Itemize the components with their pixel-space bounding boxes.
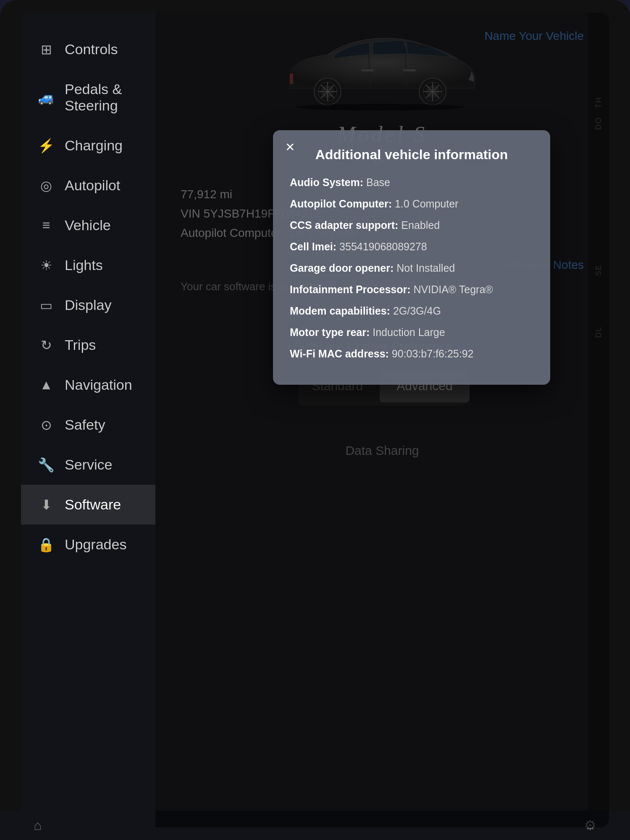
charging-icon: ⚡ — [38, 138, 55, 154]
modal-info-item: Garage door opener: Not Installed — [290, 261, 533, 276]
sidebar-item-safety[interactable]: ⊙Safety — [21, 405, 155, 445]
modal-info-item: Wi-Fi MAC address: 90:03:b7:f6:25:92 — [290, 346, 533, 361]
modal-info-item: Cell Imei: 355419068089278 — [290, 239, 533, 254]
display-label: Display — [65, 297, 111, 313]
trips-icon: ↻ — [38, 337, 55, 353]
modal-items-container: Audio System: BaseAutopilot Computer: 1.… — [290, 175, 533, 361]
modal-title: Additional vehicle information — [290, 147, 533, 163]
safety-label: Safety — [65, 417, 105, 433]
sidebar-item-controls[interactable]: ⊞Controls — [21, 29, 155, 69]
additional-info-modal: ✕ Additional vehicle information Audio S… — [273, 130, 550, 385]
sidebar-item-navigation[interactable]: ▲Navigation — [21, 365, 155, 405]
display-icon: ▭ — [38, 297, 55, 313]
navigation-icon: ▲ — [38, 377, 55, 393]
sidebar-item-upgrades[interactable]: 🔒Upgrades — [21, 525, 155, 564]
software-icon: ⬇ — [38, 497, 55, 513]
vehicle-icon: ≡ — [38, 218, 55, 233]
sidebar-item-display[interactable]: ▭Display — [21, 285, 155, 325]
trips-label: Trips — [65, 337, 96, 353]
autopilot-label: Autopilot — [65, 177, 120, 194]
modal-info-item: Audio System: Base — [290, 175, 533, 190]
modal-info-item: Autopilot Computer: 1.0 Computer — [290, 197, 533, 211]
sidebar: ⊞Controls🚙Pedals & Steering⚡Charging◎Aut… — [21, 13, 155, 827]
modal-overlay: ✕ Additional vehicle information Audio S… — [155, 13, 609, 827]
navigation-label: Navigation — [65, 377, 132, 393]
service-icon: 🔧 — [38, 457, 55, 473]
controls-icon: ⊞ — [38, 42, 55, 58]
service-label: Service — [65, 457, 112, 473]
sidebar-item-trips[interactable]: ↻Trips — [21, 325, 155, 365]
close-icon: ✕ — [285, 140, 295, 154]
lights-label: Lights — [65, 257, 103, 273]
software-label: Software — [65, 496, 121, 513]
modal-info-item: Motor type rear: Induction Large — [290, 325, 533, 340]
main-content: Name Your Vehicle — [155, 13, 609, 827]
autopilot-icon: ◎ — [38, 178, 55, 194]
upgrades-icon: 🔒 — [38, 537, 55, 553]
charging-label: Charging — [65, 137, 123, 154]
sidebar-item-service[interactable]: 🔧Service — [21, 445, 155, 485]
vehicle-label: Vehicle — [65, 217, 111, 234]
pedals-icon: 🚙 — [38, 89, 55, 105]
sidebar-item-autopilot[interactable]: ◎Autopilot — [21, 165, 155, 205]
bottom-left-icon[interactable]: ⌂ — [34, 818, 42, 833]
controls-label: Controls — [65, 41, 118, 58]
sidebar-item-lights[interactable]: ☀Lights — [21, 245, 155, 285]
screen: ⊞Controls🚙Pedals & Steering⚡Charging◎Aut… — [21, 13, 609, 827]
lights-icon: ☀ — [38, 257, 55, 273]
modal-info-item: Infotainment Processor: NVIDIA® Tegra® — [290, 282, 533, 297]
modal-close-button[interactable]: ✕ — [281, 139, 298, 155]
sidebar-item-software[interactable]: ⬇Software — [21, 485, 155, 525]
safety-icon: ⊙ — [38, 417, 55, 433]
sidebar-item-pedals[interactable]: 🚙Pedals & Steering — [21, 69, 155, 126]
sidebar-item-charging[interactable]: ⚡Charging — [21, 126, 155, 165]
modal-info-item: Modem capabilities: 2G/3G/4G — [290, 304, 533, 318]
sidebar-item-vehicle[interactable]: ≡Vehicle — [21, 205, 155, 245]
upgrades-label: Upgrades — [65, 536, 126, 553]
pedals-label: Pedals & Steering — [65, 81, 139, 114]
modal-info-item: CCS adapter support: Enabled — [290, 218, 533, 233]
